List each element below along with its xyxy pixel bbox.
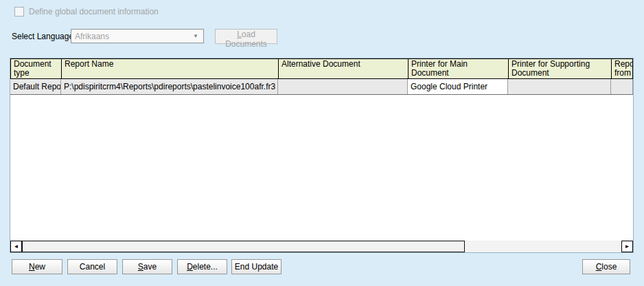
end-update-button-label: End Update bbox=[232, 262, 281, 272]
save-button-label: Save bbox=[123, 262, 172, 272]
column-header-report-from: Repo from E bbox=[612, 59, 632, 78]
horizontal-scrollbar[interactable]: ◄ ► bbox=[10, 241, 633, 252]
column-header-printer-supporting: Printer for Supporting Document bbox=[509, 59, 612, 78]
cell-report-name[interactable]: P:\pdispiritcrm4\Reports\pdireports\past… bbox=[61, 79, 278, 94]
cell-report-from[interactable] bbox=[611, 79, 633, 94]
cell-document-type[interactable]: Default Report bbox=[10, 79, 61, 94]
left-arrow-glyph: ◄ bbox=[14, 244, 19, 250]
cancel-button[interactable]: Cancel bbox=[67, 259, 117, 274]
save-button[interactable]: Save bbox=[122, 259, 172, 274]
define-global-checkbox[interactable] bbox=[14, 7, 24, 16]
load-documents-label: Load Documents bbox=[216, 30, 277, 49]
cell-printer-supporting-document[interactable] bbox=[508, 79, 611, 94]
language-dropdown-value: Afrikaans bbox=[75, 32, 109, 41]
column-header-report-name: Report Name bbox=[62, 59, 279, 78]
cell-alternative-document[interactable] bbox=[278, 79, 408, 94]
language-dropdown[interactable]: Afrikaans ▼ bbox=[71, 29, 204, 43]
cell-printer-main-document[interactable]: Google Cloud Printer bbox=[408, 79, 508, 94]
scrollbar-right-arrow-icon[interactable]: ► bbox=[621, 241, 633, 252]
documents-grid: Document type Report Name Alternative Do… bbox=[10, 58, 634, 253]
end-update-button[interactable]: End Update bbox=[231, 259, 281, 274]
column-header-alternative-document: Alternative Document bbox=[279, 59, 409, 78]
close-button-label: Close bbox=[583, 262, 630, 272]
close-button[interactable]: Close bbox=[582, 259, 630, 274]
right-arrow-glyph: ► bbox=[625, 244, 630, 250]
table-row[interactable]: Default Report P:\pdispiritcrm4\Reports\… bbox=[10, 79, 633, 95]
chevron-down-icon: ▼ bbox=[193, 33, 198, 39]
new-button-label: New bbox=[12, 262, 62, 272]
grid-header-row: Document type Report Name Alternative Do… bbox=[10, 58, 633, 79]
delete-button[interactable]: Delete... bbox=[177, 259, 227, 274]
select-language-label: Select Language: bbox=[12, 32, 76, 41]
cancel-button-label: Cancel bbox=[68, 262, 117, 272]
define-global-checkbox-label: Define global document information bbox=[29, 7, 159, 16]
load-documents-button[interactable]: Load Documents bbox=[215, 29, 277, 44]
define-global-checkbox-row: Define global document information bbox=[14, 7, 159, 16]
column-header-document-type: Document type bbox=[11, 59, 62, 78]
new-button[interactable]: New bbox=[12, 259, 62, 274]
scrollbar-thumb[interactable] bbox=[22, 241, 465, 252]
scrollbar-left-arrow-icon[interactable]: ◄ bbox=[10, 241, 22, 252]
delete-button-label: Delete... bbox=[178, 262, 227, 272]
document-settings-dialog: Define global document information Selec… bbox=[0, 0, 644, 286]
column-header-printer-main: Printer for Main Document bbox=[409, 59, 509, 78]
